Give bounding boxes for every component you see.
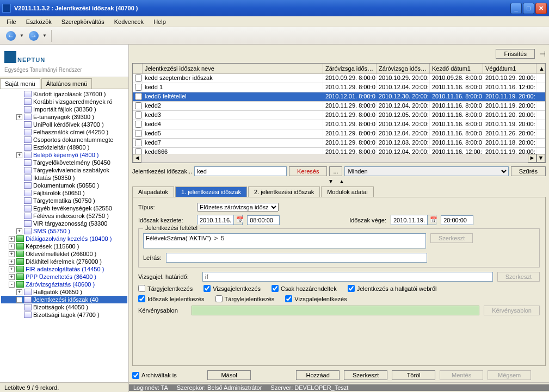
chk-archived[interactable]: Archiváltak is (132, 372, 177, 379)
tree-node[interactable]: Csoportos dokumentummegte (1, 136, 127, 144)
pin-icon[interactable]: ⊣ (539, 49, 546, 58)
tree-node[interactable]: +PPP Üzemeltetés (36400 ) (1, 273, 127, 281)
tree-node[interactable]: +Diákigazolvány kezelés (10400 ) (1, 235, 127, 242)
tree-node[interactable]: Eszközleltár (48900 ) (1, 144, 127, 151)
ellipsis-button[interactable]: ... (329, 166, 342, 176)
chk-targyjelentkezes[interactable]: Tárgyjelentkezés (138, 285, 193, 292)
filter-button[interactable]: Szűrés (511, 166, 546, 176)
tab-modules[interactable]: Modulok adatai (321, 186, 374, 197)
nav-forward-dropdown[interactable]: ▼ (42, 33, 47, 38)
menu-rolechange[interactable]: Szerepkörváltás (57, 17, 109, 26)
chk-hallgatoi-web[interactable]: Jelentkezés a hallgatói webről (348, 285, 437, 292)
start-date-input[interactable]: 2010.11.16.📅 (197, 215, 243, 225)
chk-vizsgalejelentkezes[interactable]: Vizsgalejelentkezés (285, 295, 347, 302)
type-select[interactable]: Előzetes záróvizsga idősz (197, 203, 279, 211)
row-checkbox[interactable] (133, 129, 143, 138)
minimize-button[interactable]: _ (510, 3, 522, 14)
tree-node[interactable]: +FIR adatszolgáltatás (14450 ) (1, 265, 127, 273)
navigation-tree[interactable]: Kiadott igazolások (37600 )Korábbi vizsg… (0, 89, 128, 382)
tree-node[interactable]: Bizottságok (44050 ) (1, 303, 127, 311)
grid-hscroll[interactable]: ◄ ► ▼ (133, 154, 545, 163)
expander-icon[interactable]: + (16, 297, 22, 303)
tree-node[interactable]: +Jelentkezési időszak (40 (1, 296, 127, 303)
tab-general-menu[interactable]: Általános menü (41, 78, 92, 89)
table-row[interactable]: kedd52010.11.29. 8:00:02010.12.04. 20:00… (133, 129, 545, 139)
chk-targylejelentkezes[interactable]: Tárgylejelentkezés (215, 295, 275, 302)
expander-icon[interactable]: + (9, 236, 15, 242)
chk-csak-hozzarendeltek[interactable]: Csak hozzárendeltek (272, 285, 337, 292)
row-checkbox[interactable] (133, 83, 143, 92)
copy-button[interactable]: Másol (207, 370, 251, 380)
row-checkbox[interactable] (133, 111, 143, 120)
scroll-down-icon[interactable]: ▼ (536, 154, 545, 163)
expander-icon[interactable]: - (9, 282, 15, 288)
tab-basics[interactable]: Alapadatok (132, 186, 174, 197)
expander-icon[interactable]: + (9, 266, 15, 272)
search-button[interactable]: Keresés (289, 166, 327, 176)
table-row[interactable]: kedd42010.11.29. 8:00:02010.12.04. 20:00… (133, 120, 545, 129)
tree-node[interactable]: Bizottsági tagok (47700 ) (1, 311, 127, 319)
grid-header-col1[interactable]: Záróvizsga idősza... (323, 64, 377, 73)
tree-node[interactable]: Egyéb tevékenységek (52550 (1, 204, 127, 212)
expander-icon[interactable]: + (16, 114, 22, 120)
calendar-icon[interactable]: 📅 (233, 215, 242, 225)
scroll-left-icon[interactable]: ◄ (133, 154, 141, 163)
table-row[interactable]: kedd6 feltétellel2010.12.01. 8:00:02010.… (133, 92, 545, 102)
tab-period2[interactable]: 2. jelentkezési időszak (248, 186, 320, 197)
row-checkbox[interactable] (133, 102, 143, 110)
delete-button[interactable]: Töröl (392, 370, 435, 380)
expander-icon[interactable]: + (9, 244, 15, 250)
row-checkbox[interactable] (133, 92, 143, 101)
collapse-arrows[interactable]: ▼▲ (132, 178, 546, 184)
tree-node[interactable]: +Diákhitel kérelmek (276000 ) (1, 258, 127, 265)
tree-node[interactable]: Tárgyekvivalencia szabályok (1, 166, 127, 174)
tree-node[interactable]: -Záróvizsgáztatás (40600 ) (1, 281, 127, 288)
table-row[interactable]: kedd szeptember időszak2010.09.29. 8:00:… (133, 74, 545, 83)
tree-node[interactable]: Importált fájlok (38350 ) (1, 105, 127, 113)
deadline-input[interactable] (202, 272, 493, 282)
expander-icon[interactable]: + (16, 152, 22, 158)
tree-node[interactable]: Dokumentumok (50550 ) (1, 182, 127, 189)
tree-node[interactable]: Féléves indexsorok (52750 ) (1, 212, 127, 220)
row-checkbox[interactable] (133, 139, 143, 147)
table-row[interactable]: kedd 12010.11.29. 8:00:02010.12.04. 20:0… (133, 83, 545, 92)
tree-node[interactable]: Iktatás (50350 ) (1, 174, 127, 182)
expander-icon[interactable]: + (9, 251, 15, 257)
nav-back-dropdown[interactable]: ▼ (20, 33, 24, 38)
chk-vizsgajelentkezes[interactable]: Vizsgajelentkezés (203, 285, 261, 292)
scroll-right-icon[interactable]: ► (528, 154, 536, 163)
calendar-icon[interactable]: 📅 (427, 215, 436, 225)
scroll-track[interactable] (141, 154, 528, 163)
condition-textarea[interactable]: FélévekSzáma("AKTIV") > 5 (143, 233, 426, 248)
nav-back-button[interactable]: ← (3, 29, 18, 42)
tree-node[interactable]: Felhasználók címei (44250 ) (1, 128, 127, 136)
nav-forward-button[interactable]: → (26, 29, 41, 42)
tab-period1[interactable]: 1. jelentkezési időszak (175, 186, 247, 197)
row-checkbox[interactable] (133, 148, 143, 154)
tree-node[interactable]: +Képzések (115600 ) (1, 242, 127, 250)
end-date-input[interactable]: 2010.11.19.📅 (391, 215, 436, 225)
tree-node[interactable]: +Oklevélmelléklet (266000 ) (1, 250, 127, 258)
expander-icon[interactable]: + (9, 274, 15, 280)
table-row[interactable]: kedd6662010.11.29. 8:00:02010.12.04. 20:… (133, 148, 545, 154)
grid-header-col4[interactable]: Végdátum1 (483, 64, 536, 73)
tree-node[interactable]: Korábbi vizsgaeredmények rö (1, 98, 127, 105)
maximize-button[interactable]: □ (523, 3, 534, 14)
search-input[interactable] (194, 166, 287, 176)
tree-node[interactable]: +Hallgatók (40650 ) (1, 288, 127, 296)
filter-select[interactable]: Minden (344, 166, 509, 176)
chk-idoszak-lejelentkezes[interactable]: Időszak lejelentkezés (138, 295, 205, 302)
row-checkbox[interactable] (133, 74, 143, 83)
grid-header-name[interactable]: Jelentkezési időszak neve (143, 64, 323, 73)
grid-header-col2[interactable]: Záróvizsga idősza... (377, 64, 430, 73)
tree-node[interactable]: UniPoll kérdőívek (43700 ) (1, 121, 127, 128)
tree-node[interactable]: +Belépő képernyő (4800 ) (1, 151, 127, 159)
tree-node[interactable]: Tárgyelőkövetelmény (50450 (1, 159, 127, 166)
menu-tools[interactable]: Eszközök (22, 17, 56, 26)
grid-header-checkbox[interactable] (133, 64, 143, 73)
tree-node[interactable]: Fájltárolók (50650 ) (1, 189, 127, 197)
row-checkbox[interactable] (133, 120, 143, 129)
menu-file[interactable]: File (2, 17, 21, 26)
tree-node[interactable]: +SMS (55750 ) (1, 227, 127, 235)
menu-favorites[interactable]: Kedvencek (110, 17, 148, 26)
